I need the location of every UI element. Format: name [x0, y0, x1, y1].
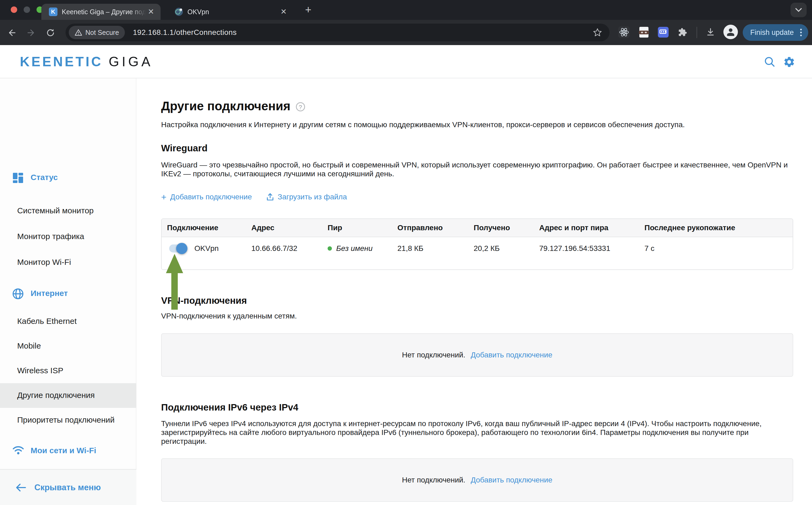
downloads-button[interactable] — [704, 26, 717, 39]
connection-received: 20,2 КБ — [468, 237, 534, 253]
annotation-arrow-head — [166, 254, 183, 273]
hide-menu-label: Скрывать меню — [34, 483, 101, 492]
sidebar-item-wifi-monitor[interactable]: Монитор Wi-Fi — [0, 257, 136, 268]
ipv6-description: Туннели IPv6 через IPv4 используются для… — [161, 419, 793, 446]
reload-icon — [46, 28, 55, 37]
col-received: Получено — [468, 223, 534, 232]
arrow-right-icon — [26, 28, 36, 37]
url-bar[interactable]: Not Secure 192.168.1.1/otherConnections — [65, 24, 610, 41]
gear-icon — [783, 56, 795, 68]
tab-bar: K Keenetic Giga – Другие подкл ✕ OKVpn ✕… — [0, 0, 812, 20]
vpn-description: VPN-подключения к удаленным сетям. — [161, 312, 297, 320]
brand-name: KEENETIC — [20, 54, 103, 69]
col-endpoint: Адрес и порт пира — [534, 223, 639, 232]
model-name: GIGA — [109, 54, 153, 69]
extensions-puzzle-icon[interactable] — [676, 26, 689, 39]
connection-handshake: 7 с — [639, 237, 793, 253]
wireguard-table: Подключение Адрес Пир Отправлено Получен… — [161, 218, 793, 270]
peer-status-icon — [327, 246, 332, 250]
upload-icon — [266, 193, 274, 201]
browser-window: K Keenetic Giga – Другие подкл ✕ OKVpn ✕… — [0, 0, 812, 505]
tab-title: Keenetic Giga – Другие подкл — [62, 8, 146, 16]
add-connection-link[interactable]: Добавить подключение — [471, 476, 552, 484]
ipv6-empty-state: Нет подключений. Добавить подключение — [161, 458, 793, 502]
annotation-arrow-shaft — [171, 273, 178, 310]
page-title: Другие подключения — [161, 99, 290, 113]
sidebar-item-system-monitor[interactable]: Системный монитор — [0, 205, 136, 216]
okvpn-favicon — [174, 7, 183, 16]
col-peer: Пир — [322, 223, 392, 232]
connection-name: OKVpn — [194, 244, 219, 253]
search-icon — [764, 56, 776, 67]
sidebar-item-wireless-isp[interactable]: Wireless ISP — [0, 365, 136, 376]
window-close-button[interactable] — [11, 6, 17, 13]
person-icon — [725, 27, 736, 37]
upload-from-file-link[interactable]: Загрузить из файла — [266, 193, 347, 201]
wireguard-heading: Wireguard — [161, 143, 208, 154]
react-devtools-extension-icon[interactable] — [618, 26, 631, 39]
col-sent: Отправлено — [392, 223, 468, 232]
sidebar: Статус Системный монитор Монитор трафика… — [0, 78, 136, 505]
connection-endpoint: 79.127.196.54:53331 — [534, 237, 639, 253]
page-intro: Настройка подключения к Интернету и друг… — [161, 120, 752, 129]
vpn-empty-state: Нет подключений. Добавить подключение — [161, 333, 793, 377]
help-icon[interactable]: ? — [296, 102, 305, 111]
browser-menu-icon[interactable] — [799, 29, 803, 36]
add-connection-link[interactable]: Добавить подключение — [471, 351, 552, 359]
keyboard-extension-icon[interactable] — [657, 26, 670, 39]
table-row[interactable]: OKVpn 10.66.66.7/32 Без имени 21,8 КБ 20… — [162, 237, 793, 270]
finish-update-button[interactable]: Finish update — [743, 24, 808, 41]
download-icon — [706, 27, 715, 37]
col-address: Адрес — [246, 223, 322, 232]
tab-okvpn[interactable]: OKVpn ✕ — [167, 4, 293, 20]
arrow-left-icon — [16, 483, 26, 492]
dashboard-icon — [12, 172, 24, 184]
sidebar-section-label: Статус — [31, 173, 58, 182]
security-chip[interactable]: Not Secure — [69, 26, 125, 39]
search-button[interactable] — [764, 56, 776, 70]
main-content: Другие подключения ? Настройка подключен… — [161, 78, 793, 505]
sidebar-item-traffic-monitor[interactable]: Монитор трафика — [0, 231, 136, 242]
hide-menu-button[interactable]: Скрывать меню — [16, 470, 101, 505]
toolbar-separator — [696, 27, 697, 38]
tab-keenetic[interactable]: K Keenetic Giga – Другие подкл ✕ — [41, 4, 161, 20]
chevron-down-icon — [795, 8, 802, 12]
add-connection-link[interactable]: + Добавить подключение — [161, 193, 252, 201]
connection-toggle[interactable] — [169, 244, 186, 252]
url-text[interactable]: 192.168.1.1/otherConnections — [133, 28, 237, 37]
sidebar-item-other-connections[interactable]: Другие подключения — [0, 390, 136, 401]
settings-button[interactable] — [783, 56, 795, 70]
profile-avatar[interactable] — [723, 25, 738, 39]
sidebar-item-ethernet-cable[interactable]: Кабель Ethernet — [0, 316, 136, 327]
sidebar-section-label: Интернет — [31, 289, 68, 298]
connection-address: 10.66.66.7/32 — [246, 237, 322, 253]
sidebar-item-mobile[interactable]: Mobile — [0, 341, 136, 351]
table-header-row: Подключение Адрес Пир Отправлено Получен… — [162, 219, 793, 237]
ipv6-heading: Подключения IPv6 через IPv4 — [161, 402, 298, 413]
tab-close-icon[interactable]: ✕ — [148, 8, 154, 16]
sidebar-section-status[interactable]: Статус — [0, 172, 136, 184]
forward-button[interactable] — [24, 25, 39, 40]
globe-icon — [12, 288, 24, 300]
incognito-document-extension-icon[interactable] — [638, 26, 650, 39]
reload-button[interactable] — [43, 25, 58, 40]
window-minimize-button[interactable] — [24, 6, 30, 13]
back-button[interactable] — [4, 25, 19, 40]
keenetic-favicon: K — [49, 7, 57, 16]
browser-toolbar: Not Secure 192.168.1.1/otherConnections — [0, 20, 812, 45]
no-connections-text: Нет подключений. — [402, 476, 465, 484]
keenetic-header: KEENETIC GIGA — [0, 45, 812, 78]
sidebar-item-connection-priorities[interactable]: Приоритеты подключений — [0, 415, 136, 426]
arrow-left-icon — [7, 28, 17, 37]
sidebar-section-my-networks[interactable]: Мои сети и Wi-Fi — [0, 445, 136, 457]
plus-icon: + — [161, 193, 166, 201]
col-connection: Подключение — [162, 223, 246, 232]
sidebar-section-internet[interactable]: Интернет — [0, 288, 136, 300]
peer-name: Без имени — [336, 244, 373, 253]
tab-search-button[interactable] — [791, 3, 807, 17]
tab-close-icon[interactable]: ✕ — [281, 8, 287, 16]
sidebar-footer: Скрывать меню — [0, 469, 136, 505]
new-tab-button[interactable]: + — [301, 3, 316, 18]
sidebar-section-label: Мои сети и Wi-Fi — [31, 446, 96, 455]
bookmark-star-icon[interactable] — [593, 28, 602, 39]
